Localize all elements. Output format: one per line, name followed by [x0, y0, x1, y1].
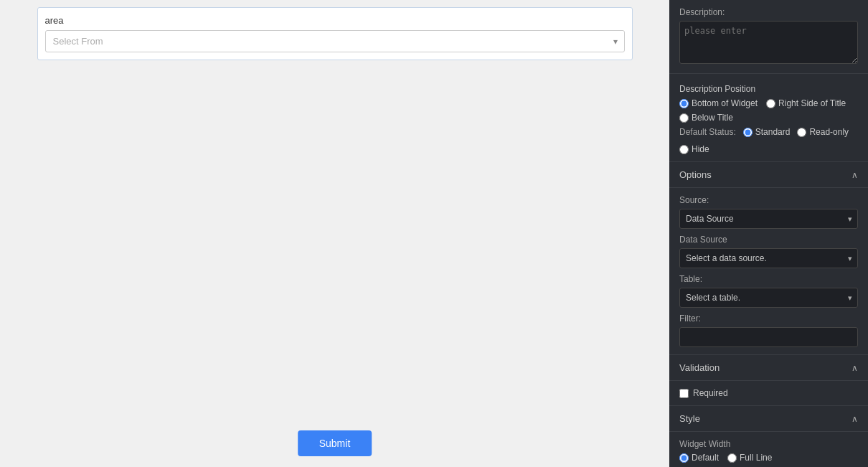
options-title: Options — [679, 169, 712, 180]
validation-content: Required — [669, 381, 868, 406]
description-label: Description: — [679, 7, 858, 17]
validation-chevron-icon: ∧ — [852, 363, 858, 373]
description-position-section: Description Position Bottom of Widget Ri… — [669, 74, 868, 162]
default-status-row: Default Status: Standard Read-only Hide — [679, 127, 858, 154]
required-checkbox[interactable]: Required — [679, 388, 858, 398]
status-readonly-label: Read-only — [809, 127, 849, 137]
default-status-label: Default Status: — [679, 127, 736, 137]
filter-input[interactable] — [679, 327, 858, 347]
desc-position-below-label: Below Title — [692, 113, 733, 123]
desc-position-bottom[interactable]: Bottom of Widget — [679, 98, 758, 108]
status-readonly[interactable]: Read-only — [797, 127, 849, 137]
widget-label: area — [45, 15, 625, 26]
width-full-line[interactable]: Full Line — [727, 453, 772, 463]
table-select[interactable]: Select a table. — [679, 288, 858, 308]
table-label: Table: — [679, 274, 858, 284]
width-default-label: Default — [692, 453, 719, 463]
data-source-label: Data Source — [679, 235, 858, 245]
desc-position-label: Description Position — [679, 84, 858, 94]
status-standard[interactable]: Standard — [743, 127, 791, 137]
style-title: Style — [679, 413, 700, 424]
validation-title: Validation — [679, 362, 720, 373]
width-default[interactable]: Default — [679, 453, 719, 463]
desc-position-group: Bottom of Widget Right Side of Title Bel… — [679, 98, 858, 123]
select-from-wrapper: Select From ▾ — [45, 30, 625, 52]
right-panel: Description: Description Position Bottom… — [669, 0, 868, 467]
widget-container: area Select From ▾ — [37, 7, 633, 60]
options-section-header[interactable]: Options ∧ — [669, 162, 868, 188]
source-select[interactable]: Data Source Manual — [679, 209, 858, 229]
description-section: Description: — [669, 0, 868, 74]
validation-section-header[interactable]: Validation ∧ — [669, 355, 868, 381]
required-label: Required — [693, 388, 728, 398]
widget-width-group: Default Full Line — [679, 453, 858, 463]
status-standard-label: Standard — [755, 127, 791, 137]
options-content: Source: Data Source Manual Data Source S… — [669, 188, 868, 355]
main-area: area Select From ▾ Submit — [0, 0, 669, 467]
desc-position-below[interactable]: Below Title — [679, 113, 733, 123]
style-chevron-icon: ∧ — [852, 414, 858, 424]
style-section-header[interactable]: Style ∧ — [669, 406, 868, 432]
source-label: Source: — [679, 195, 858, 205]
source-select-wrap: Data Source Manual — [679, 209, 858, 229]
width-full-line-label: Full Line — [740, 453, 772, 463]
style-content: Widget Width Default Full Line — [669, 432, 868, 467]
description-input[interactable] — [679, 21, 858, 64]
table-select-wrap: Select a table. — [679, 288, 858, 308]
status-hide[interactable]: Hide — [679, 144, 709, 154]
data-source-select-wrap: Select a data source. — [679, 248, 858, 268]
desc-position-bottom-label: Bottom of Widget — [692, 98, 758, 108]
status-hide-label: Hide — [692, 144, 709, 154]
data-source-select[interactable]: Select a data source. — [679, 248, 858, 268]
options-chevron-icon: ∧ — [852, 170, 858, 180]
widget-width-label: Widget Width — [679, 439, 858, 449]
filter-label: Filter: — [679, 313, 858, 324]
desc-position-right[interactable]: Right Side of Title — [766, 98, 846, 108]
desc-position-right-label: Right Side of Title — [778, 98, 846, 108]
select-from-dropdown[interactable]: Select From — [45, 30, 625, 52]
submit-button[interactable]: Submit — [298, 430, 372, 456]
